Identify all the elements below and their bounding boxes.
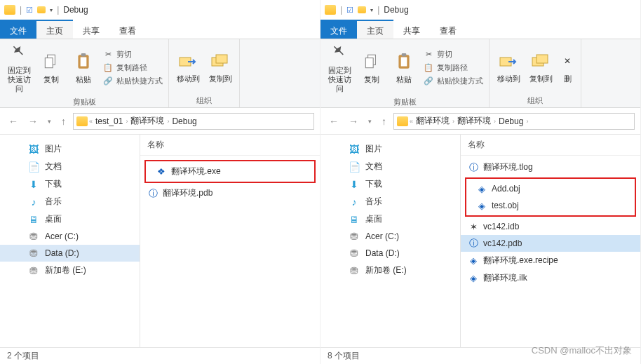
file-row[interactable]: ⓘvc142.pdb [461, 235, 640, 252]
history-button[interactable]: ▾ [365, 116, 375, 126]
titlebar: | ☑ ▾ | Debug [320, 0, 640, 20]
delete-button[interactable]: ✕删 [557, 41, 578, 94]
breadcrumb-item[interactable]: 翻译环境 [456, 115, 492, 127]
sidebar-item[interactable]: 🖥桌面 [0, 210, 140, 228]
forward-button[interactable]: → [25, 114, 41, 128]
tab-share[interactable]: 共享 [73, 20, 109, 39]
chevron-left-icon: « [89, 118, 93, 125]
copy-button[interactable]: 复制 [356, 41, 388, 95]
downloads-icon: ⬇ [349, 179, 360, 190]
sidebar-item-label: Data (D:) [365, 248, 400, 258]
sidebar-item-label: 音乐 [365, 196, 382, 208]
breadcrumb-item[interactable]: 翻译环境 [129, 115, 166, 127]
copyto-button[interactable]: 复制到 [204, 41, 236, 94]
breadcrumb-bar[interactable]: « 翻译环境 › 翻译环境 › Debug › [393, 113, 635, 130]
column-header-name[interactable]: 名称 [461, 135, 640, 156]
cut-button[interactable]: ✂剪切 [102, 49, 163, 60]
pasteshortcut-button[interactable]: 🔗粘贴快捷方式 [102, 76, 163, 87]
music-icon: ♪ [349, 196, 360, 208]
chevron-down-icon[interactable]: ▾ [370, 7, 373, 13]
sidebar-item[interactable]: 🖥桌面 [320, 210, 460, 228]
check-icon: ☑ [346, 6, 353, 15]
copypath-button[interactable]: 📋复制路径 [423, 62, 483, 74]
sidebar-item-label: 文档 [365, 161, 382, 173]
sidebar-item[interactable]: ⛃新加卷 (E:) [320, 262, 460, 279]
sidebar-item[interactable]: ⛃Acer (C:) [320, 228, 460, 245]
breadcrumb-item[interactable]: test_01 [94, 116, 124, 126]
moveto-button[interactable]: 移动到 [172, 41, 204, 94]
moveto-icon [177, 50, 198, 72]
file-row[interactable]: ◈翻译环境.exe.recipe [461, 252, 640, 269]
sidebar-item[interactable]: ⛃Acer (C:) [0, 228, 140, 245]
folder-icon-2 [37, 6, 46, 13]
file-row[interactable]: ✶vc142.idb [461, 218, 640, 235]
sidebar: 🖼图片📄文档⬇下载♪音乐🖥桌面⛃Acer (C:)⛃Data (D:)⛃新加卷 … [320, 135, 461, 347]
back-button[interactable]: ← [6, 114, 21, 128]
copy-button[interactable]: 复制 [35, 41, 67, 95]
tab-home[interactable]: 主页 [36, 20, 73, 39]
scissors-icon: ✂ [423, 49, 434, 60]
breadcrumb-item[interactable]: Debug [170, 116, 198, 126]
file-icon: ⓘ [468, 238, 479, 249]
pin-button[interactable]: 固定到 快速访问 [323, 41, 356, 95]
drive-icon: ⛃ [28, 248, 39, 259]
breadcrumb-item[interactable]: 翻译环境 [414, 115, 451, 127]
svg-rect-4 [81, 53, 86, 56]
file-row[interactable]: ◈翻译环境.ilk [461, 269, 640, 287]
sidebar-item[interactable]: ♪音乐 [0, 193, 140, 210]
pasteshortcut-button[interactable]: 🔗粘贴快捷方式 [423, 76, 483, 87]
sidebar-item[interactable]: 📄文档 [0, 158, 140, 175]
path-icon: 📋 [102, 62, 114, 74]
check-icon: ☑ [26, 6, 33, 15]
sidebar-item[interactable]: ⛃Data (D:) [0, 245, 140, 262]
cut-button[interactable]: ✂剪切 [423, 49, 483, 60]
breadcrumb-bar[interactable]: « test_01 › 翻译环境 › Debug [73, 113, 314, 130]
file-row[interactable]: ❖翻译环境.exe [149, 163, 311, 180]
ribbon: 固定到 快速访问 复制 粘贴 ✂剪切 📋复制路径 🔗粘贴快捷方式 剪贴板 移动到… [320, 39, 640, 108]
back-button[interactable]: ← [326, 114, 342, 128]
pin-button[interactable]: 固定到 快速访问 [3, 41, 35, 95]
moveto-button[interactable]: 移动到 [492, 41, 525, 94]
chevron-down-icon[interactable]: ▾ [50, 7, 53, 13]
file-name: 翻译环境.exe.recipe [483, 255, 558, 267]
copypath-button[interactable]: 📋复制路径 [102, 62, 163, 74]
file-row[interactable]: ◈Add.obj [469, 180, 632, 197]
file-row[interactable]: ⓘ翻译环境.tlog [461, 159, 640, 176]
divider: | [57, 5, 59, 15]
tab-file[interactable]: 文件 [320, 20, 357, 39]
tab-share[interactable]: 共享 [393, 20, 430, 39]
paste-button[interactable]: 粘贴 [388, 41, 420, 95]
file-icon: ⓘ [468, 162, 479, 173]
copyto-button[interactable]: 复制到 [525, 41, 557, 94]
up-button[interactable]: ↑ [379, 114, 389, 128]
tab-view[interactable]: 查看 [109, 20, 146, 39]
file-row[interactable]: ⓘ翻译环境.pdb [140, 184, 320, 202]
pin-icon [8, 42, 29, 63]
group-label: 组织 [492, 94, 578, 107]
forward-button[interactable]: → [346, 114, 361, 128]
sidebar-item[interactable]: 🖼图片 [0, 140, 140, 158]
sidebar-item[interactable]: 📄文档 [320, 158, 460, 175]
breadcrumb-item[interactable]: Debug [497, 116, 525, 126]
tab-home[interactable]: 主页 [357, 20, 393, 39]
item-count: 2 个项目 [7, 350, 39, 362]
sidebar-item[interactable]: ♪音乐 [320, 193, 460, 210]
drive-icon: ⛃ [349, 231, 360, 242]
svg-rect-3 [81, 58, 87, 67]
nav-bar: ← → ▾ ↑ « 翻译环境 › 翻译环境 › Debug › [320, 108, 640, 135]
column-header-name[interactable]: 名称 [140, 135, 320, 156]
sidebar-item-label: Acer (C:) [45, 231, 79, 241]
titlebar: | ☑ ▾ | Debug [0, 0, 320, 20]
docs-icon: 📄 [28, 161, 39, 173]
up-button[interactable]: ↑ [58, 114, 69, 128]
sidebar-item[interactable]: ⛃Data (D:) [320, 245, 460, 262]
sidebar-item[interactable]: 🖼图片 [320, 140, 460, 158]
file-row[interactable]: ◈test.obj [469, 197, 632, 214]
history-button[interactable]: ▾ [45, 116, 54, 126]
sidebar-item[interactable]: ⬇下载 [0, 175, 140, 193]
tab-file[interactable]: 文件 [0, 20, 36, 39]
paste-button[interactable]: 粘贴 [67, 41, 100, 95]
tab-view[interactable]: 查看 [430, 20, 466, 39]
sidebar-item[interactable]: ⬇下载 [320, 175, 460, 193]
sidebar-item[interactable]: ⛃新加卷 (E:) [0, 262, 140, 279]
